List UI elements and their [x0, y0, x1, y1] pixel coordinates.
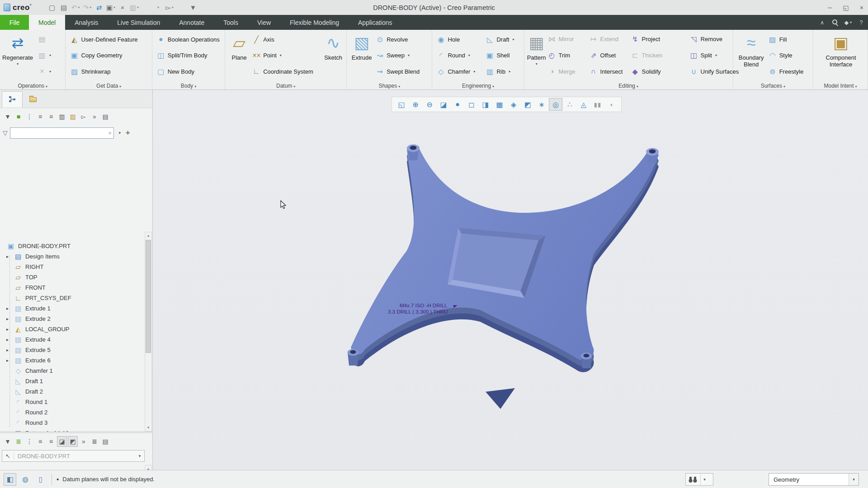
dropdown-arrow[interactable]: ▾ [78, 5, 80, 9]
ribbon-button[interactable]: ↯ Project [629, 31, 688, 47]
tree-item[interactable]: ▱ FRONT [6, 282, 145, 293]
group-label-get-data[interactable]: Get Data▾ [66, 83, 151, 89]
tab-model-tree[interactable] [2, 91, 23, 108]
ribbon-button[interactable]: ∟ Coordinate System [250, 64, 322, 79]
expand-all-icon[interactable]: ≡ [46, 111, 56, 122]
expand-icon[interactable]: ▸ [6, 337, 9, 342]
ribbon-button[interactable]: ◜ Round ▾ [435, 48, 484, 63]
model-notes-icon[interactable]: ▯ [34, 473, 47, 486]
tab-file[interactable]: File [0, 15, 29, 30]
ribbon-button[interactable]: ×× Point ▾ [250, 48, 322, 63]
collapse-layers-icon[interactable]: ≡ [35, 436, 45, 447]
graphics-area[interactable]: ◱ ⊕ ⊖ ◪ ● ◻ ◨ ▦ ◈ ◩ ∗ ◎ ∴ ◬ ▮▮ ◖ [153, 90, 868, 470]
extrude-button[interactable]: ▧ Extrude [349, 31, 374, 80]
sketch-button[interactable]: ∿ Sketch [322, 31, 344, 80]
ribbon-tab[interactable]: Applications [349, 15, 402, 30]
view-filter-icon[interactable]: ▻▾ [164, 2, 175, 14]
save-icon[interactable]: ▤ [58, 2, 69, 14]
close-window-icon[interactable]: × [117, 2, 128, 14]
filter-funnel-icon[interactable]: ▽ [3, 129, 8, 136]
ribbon-button[interactable]: ↝ Sweep ▾ [374, 48, 421, 63]
dropdown-arrow[interactable]: ▾ [157, 5, 159, 9]
tree-item[interactable]: ▸ ▧ Extrude 5 [6, 345, 145, 355]
web-browser-icon[interactable]: ◍ [19, 473, 32, 486]
ribbon-button[interactable]: ⋈ Mirror [546, 31, 588, 47]
ribbon-small-button[interactable]: ▤ [37, 31, 52, 47]
dropdown-arrow[interactable]: ▾ [536, 62, 538, 66]
ribbon-button[interactable]: ◫ Split ▾ [688, 47, 719, 63]
group-label-operations[interactable]: Operations▾ [0, 83, 65, 89]
layers-root[interactable]: ≣ Layers [4, 467, 145, 469]
nav-panel-toggle-icon[interactable]: ◧ [4, 473, 16, 486]
boundary-blend-button[interactable]: ≈ Boundary Blend [736, 31, 767, 80]
dropdown-arrow[interactable]: ▾ [473, 70, 475, 74]
plane-button[interactable]: ▱ Plane [228, 31, 250, 80]
ribbon-button[interactable]: ◠ Style [767, 48, 805, 63]
regenerate-quick-icon[interactable]: ⇄ [94, 2, 104, 14]
ribbon-tab[interactable]: Annotate [170, 15, 214, 30]
dropdown-arrow[interactable]: ▾ [408, 53, 410, 57]
ribbon-button[interactable]: ▨ Shrinkwrap [68, 64, 139, 79]
zoom-in-icon[interactable]: ⊕ [409, 98, 422, 111]
expand-icon[interactable]: ▸ [6, 254, 9, 259]
tree-item[interactable]: ▸ ▦ Pattern 1 of A 12 [6, 428, 145, 432]
pattern-button[interactable]: ▦ Pattern ▾ [527, 31, 546, 80]
expand-icon[interactable]: ▸ [6, 316, 9, 321]
tree-item[interactable]: ▣ DRONE-BODY.PRT [6, 241, 145, 251]
ribbon-button[interactable]: ↦ Extend [588, 31, 629, 47]
ribbon-small-button[interactable]: ▥ ▾ [37, 47, 52, 63]
tree-item[interactable]: ▱ TOP [6, 272, 145, 282]
zoom-region-icon[interactable]: ◱ [395, 98, 408, 111]
dropdown-arrow[interactable]: ▾ [90, 5, 91, 9]
ribbon-button[interactable]: ◺ Draft ▾ [484, 32, 522, 47]
ribbon-button[interactable]: ▥ Rib ▾ [484, 64, 522, 79]
dropdown-arrow[interactable]: ▾ [172, 5, 174, 9]
scroll-down-arrow[interactable]: ▾ [145, 424, 151, 431]
hole-note-annotation[interactable]: M4x.7 ISO -H DRILL 3.3 DRILL ( 3.300 ) T… [388, 303, 458, 315]
dropdown-arrow[interactable]: ▾ [468, 53, 470, 57]
ribbon-tab[interactable]: Live Simulation [108, 15, 170, 30]
ribbon-button[interactable]: ▣ Shell [484, 48, 522, 63]
show-cube-icon[interactable]: ■ [14, 111, 24, 122]
ribbon-tab[interactable]: Tools [214, 15, 248, 30]
ribbon-button[interactable]: ◭ User-Defined Feature [68, 32, 139, 47]
ribbon-button[interactable]: ▣ Copy Geometry [68, 48, 139, 63]
learning-icon[interactable]: ◆▾ [844, 18, 852, 27]
tree-item[interactable]: ◇ Chamfer 1 [6, 366, 145, 376]
show-hidden-toggle-icon[interactable]: ◪ [57, 436, 67, 447]
layers-stack-icon[interactable]: ≣ [14, 436, 24, 447]
expand-icon[interactable]: ▸ [6, 358, 9, 363]
minimize-button[interactable]: ─ [828, 4, 832, 11]
dots-icon[interactable]: ⋮ [24, 111, 34, 122]
layers-model-combo[interactable]: ↖ DRONE-BODY.PRT ▾ [2, 450, 145, 462]
hide-geometry-toggle-icon[interactable]: ◩ [68, 436, 78, 447]
tree-columns-icon[interactable]: ▥ [57, 111, 67, 122]
view-manager-icon[interactable]: ◨ [479, 98, 492, 111]
group-label-datum[interactable]: Datum▾ [225, 83, 346, 89]
drone-body-model[interactable] [153, 90, 868, 470]
tree-dropdown-icon[interactable]: ▼ [3, 111, 13, 122]
ribbon-button[interactable]: ⇗ Offset [588, 47, 629, 63]
tree-item[interactable]: ◜ Round 2 [6, 407, 145, 418]
tree-search-box[interactable]: × [10, 127, 114, 139]
window-arrange-icon[interactable]: ▣▾ [105, 2, 116, 14]
combo-dropdown-arrow[interactable]: ▾ [135, 454, 144, 458]
ribbon-button[interactable]: ⊏ Thicken [629, 47, 688, 63]
tree-item[interactable]: ◜ Round 3 [6, 418, 145, 428]
more-tools-icon[interactable]: » [90, 111, 99, 122]
ribbon-button[interactable]: ◆ Solidify [629, 64, 688, 79]
expand-icon[interactable]: ▸ [6, 306, 9, 311]
ribbon-button[interactable]: ◴ Trim [546, 47, 588, 63]
tree-item[interactable]: ▸ ▧ Extrude 6 [6, 355, 145, 366]
tree-item[interactable]: ▸ ▧ Extrude 1 [6, 303, 145, 314]
undo-icon[interactable]: ↶▾ [70, 2, 81, 14]
select-dropdown-arrow[interactable]: ▾ [849, 474, 859, 485]
ribbon-button[interactable]: ◑ Merge [546, 64, 588, 79]
ribbon-button[interactable]: ◹ Remove [688, 31, 724, 47]
search-icon[interactable] [832, 18, 838, 27]
perspective-icon[interactable]: ◬ [577, 98, 590, 111]
group-folder-icon[interactable]: ▨ [68, 111, 78, 122]
scroll-thumb[interactable] [146, 240, 151, 353]
more-commands-icon[interactable]: ▾ [152, 2, 163, 14]
clear-search-icon[interactable]: × [108, 130, 112, 136]
